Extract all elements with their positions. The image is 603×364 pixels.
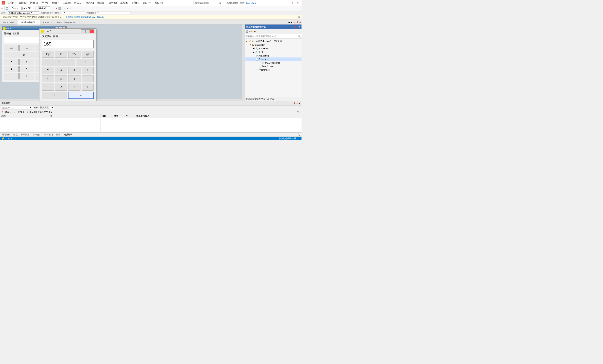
tree-item-references[interactable]: ▶ 🔗 引用 (245, 50, 302, 54)
menu-project[interactable]: 项目(P) (50, 0, 61, 5)
float-btn-log[interactable]: log (42, 51, 54, 58)
live-share-button[interactable]: Live Share (246, 2, 256, 4)
expand-icon[interactable]: ▼ (249, 44, 251, 46)
menu-extensions[interactable]: 扩展(X) (130, 0, 141, 5)
float-btn-div[interactable]: / (77, 59, 94, 66)
tab-error-list[interactable]: 错误列表 (64, 133, 72, 136)
tab-close-icon[interactable]: ✕ (36, 21, 37, 23)
btn-ln[interactable]: ln (19, 45, 34, 51)
tab-scroll-right[interactable]: ▶ (291, 21, 292, 23)
menu-window[interactable]: 窗口(W) (141, 0, 153, 5)
pin-icon[interactable]: 📌 (296, 21, 299, 23)
global-search-input[interactable] (195, 1, 219, 4)
auto-window-tab[interactable]: 自动窗口 (1, 102, 10, 105)
close-button[interactable]: ✕ (296, 1, 300, 4)
btn-7[interactable]: 7 (4, 59, 19, 65)
stack-dropdown[interactable]: ▼ (95, 11, 131, 14)
add-to-source-control[interactable]: 添加到源代码管理 (278, 137, 296, 140)
tree-item-appconfig[interactable]: ⚙ App.config (245, 54, 302, 57)
menu-test[interactable]: 测试(S) (96, 0, 107, 5)
btn-1[interactable]: 1 (4, 73, 19, 79)
thread-dropdown[interactable]: ▼ (62, 11, 85, 14)
float-btn-x2[interactable]: x^2 (68, 51, 81, 58)
menu-git[interactable]: Git(G) (40, 0, 49, 5)
process-dropdown[interactable]: [13428] Calculator.exe ▼ (8, 11, 39, 14)
message-count[interactable]: 显示 28 个消息中的 0 个 (29, 110, 53, 114)
solution-explorer-tab[interactable]: 解决方案资源管理器 (245, 98, 265, 100)
float-btn-5[interactable]: 5 (55, 75, 67, 82)
float-btn-equal[interactable]: = (68, 92, 94, 99)
float-btn-8[interactable]: 8 (55, 67, 67, 74)
arrow-left-icon[interactable]: ◀ (34, 106, 35, 109)
warning-count[interactable]: 警告 0 (18, 110, 24, 114)
float-minimize-btn[interactable]: ─ (81, 29, 85, 33)
tab-form1-designer[interactable]: Form1.cs [设计] ✕ (17, 20, 40, 24)
float-btn-add[interactable]: + (82, 84, 94, 91)
solution-search-input[interactable] (245, 35, 298, 37)
float-btn-sub[interactable]: – (82, 75, 94, 82)
tree-item-form1cs[interactable]: ▼ 📄 Form1.cs (245, 57, 302, 61)
tab-dropdown-icon[interactable]: ▼ (293, 21, 295, 23)
btn-5[interactable]: 5 (19, 66, 34, 72)
cpu-dropdown[interactable]: Any CPU ▼ (22, 7, 35, 10)
tab-output[interactable]: 输出 (56, 133, 60, 136)
float-btn-0[interactable]: 0 (42, 92, 67, 99)
info-close-button[interactable]: ✕ (298, 16, 300, 18)
login-button[interactable]: 登录 (240, 1, 244, 4)
designer-scrollbar[interactable] (242, 24, 244, 101)
step-into-icon[interactable]: ↘ (67, 7, 68, 10)
btn-4[interactable]: 4 (4, 66, 19, 72)
tab-breakpoints[interactable]: 断点 (13, 133, 18, 136)
tab-form1-designer-cs[interactable]: Form1.Designer.cs (55, 20, 78, 24)
auto-window-minimize[interactable]: ─ (296, 102, 298, 104)
float-btn-ln[interactable]: ln (55, 51, 67, 58)
tab-scroll-left[interactable]: ◀ (288, 21, 290, 23)
expand-icon[interactable]: ▶ (253, 51, 255, 53)
tab-call-stack[interactable]: 调用堆栈 (1, 133, 10, 136)
float-btn-9[interactable]: 9 (68, 67, 81, 74)
float-btn-3[interactable]: 3 (68, 84, 81, 91)
menu-debug[interactable]: 调试(D) (73, 0, 84, 5)
global-search[interactable]: 🔍 (194, 1, 225, 5)
minimize-button[interactable]: ─ (285, 1, 290, 4)
info-link[interactable]: 使用自动缩放比例重新启动 Visual Studio (65, 16, 104, 19)
btn-8[interactable]: 8 (19, 59, 34, 65)
tab-form1-cs[interactable]: Form1.cs (40, 20, 54, 24)
save-icon[interactable]: 💾 (6, 7, 8, 10)
undo-icon[interactable]: ↩ (1, 7, 3, 10)
float-btn-mul[interactable]: * (82, 67, 94, 74)
git-changes-tab[interactable]: Git 更改 (267, 98, 274, 100)
continue-dropdown[interactable]: 继续(C) ▼ (38, 6, 50, 10)
properties-icon[interactable]: ⚙ (249, 30, 251, 33)
float-btn-4[interactable]: 4 (42, 75, 54, 82)
solution-close-icon[interactable]: ✕ (298, 26, 300, 28)
tree-item-properties[interactable]: ▶ 🔧 Properties (245, 47, 302, 50)
float-btn-7[interactable]: 7 (42, 67, 54, 74)
solution-minimize-icon[interactable]: ─ (296, 26, 298, 28)
error-count[interactable]: 错误 0 (5, 110, 11, 114)
tab-immediate[interactable]: 即时窗口 (44, 133, 53, 136)
menu-tools[interactable]: 工具(T) (119, 0, 129, 5)
btn-2[interactable]: 2 (19, 73, 34, 79)
float-btn-1[interactable]: 1 (42, 84, 54, 91)
tab-command-window[interactable]: 命令窗口 (33, 133, 41, 136)
step-out-icon[interactable]: ↗ (69, 7, 71, 10)
filter-icon[interactable]: 🔧 (297, 111, 300, 113)
auto-window-pin[interactable]: 📌 (293, 102, 295, 104)
auto-window-search-input[interactable] (2, 107, 29, 109)
debug-dropdown[interactable]: Debug ▼ (11, 7, 22, 10)
pause-icon[interactable]: ⏸ (52, 7, 55, 10)
tab-exception-settings[interactable]: 异常设置 (21, 133, 29, 136)
tab-form1-resx[interactable]: Form1.resx (1, 20, 17, 24)
menu-file[interactable]: 文件(F) (6, 0, 17, 5)
restart-icon[interactable]: 🔄 (58, 7, 61, 10)
menu-build[interactable]: 生成(B) (61, 0, 72, 5)
float-btn-2[interactable]: 2 (55, 84, 67, 91)
tree-item-calculator[interactable]: ▼ 📦 Calculator (245, 43, 302, 47)
show-all-files-icon[interactable]: 📂 (251, 30, 254, 33)
refresh-icon[interactable]: ↺ (254, 30, 256, 33)
auto-window-close[interactable]: ✕ (298, 102, 300, 104)
tab-more-icon[interactable]: ≡ (300, 21, 301, 23)
menu-help[interactable]: 帮助(H) (153, 0, 164, 5)
expand-icon[interactable]: ▼ (253, 58, 255, 60)
